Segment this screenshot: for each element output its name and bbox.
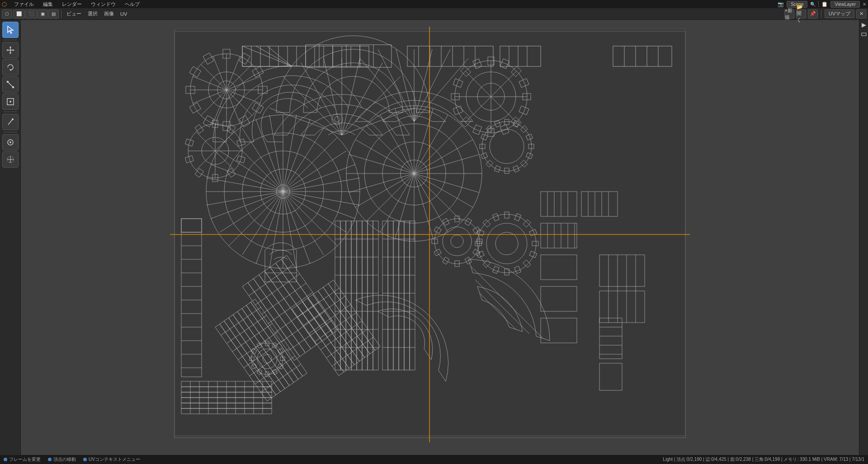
- right-tool-1[interactable]: [860, 22, 868, 29]
- tool-grab[interactable]: [2, 134, 19, 150]
- uv-viewport: [21, 20, 859, 455]
- status-dot-3: [83, 458, 87, 461]
- menu-select[interactable]: 選択: [85, 9, 100, 18]
- tool-annotate[interactable]: [2, 114, 19, 130]
- svg-marker-5: [6, 49, 8, 51]
- tool-move[interactable]: [2, 42, 19, 58]
- tool-transform[interactable]: [2, 94, 19, 110]
- menu-window[interactable]: ウィンドウ: [89, 1, 118, 8]
- status-right-info: Light | 頂点:0/2,190 | 辺:0/4,425 | 面:0/2,2…: [663, 456, 864, 463]
- status-frame-label: フレームを変更: [9, 456, 41, 463]
- status-stats: Light | 頂点:0/2,190 | 辺:0/4,425 | 面:0/2,2…: [663, 456, 864, 463]
- menu-file[interactable]: ファイル: [12, 1, 36, 8]
- menu-image[interactable]: 画像: [101, 9, 117, 18]
- tool-pinch[interactable]: [2, 151, 19, 168]
- viewlayer-name[interactable]: ViewLayer: [830, 1, 860, 8]
- menu-uv[interactable]: UV: [118, 10, 130, 18]
- tool-rotate[interactable]: [2, 59, 19, 75]
- uv-wireframe-canvas: [21, 20, 859, 455]
- status-bar: フレームを変更 頂点の移動 UVコンテキストメニュー Light | 頂点:0/…: [0, 455, 868, 464]
- tool-scale[interactable]: [2, 76, 19, 93]
- menu-view[interactable]: ビュー: [64, 9, 84, 18]
- svg-marker-3: [9, 46, 11, 48]
- menu-edit[interactable]: 編集: [41, 1, 55, 8]
- expand-viewlayer-icon[interactable]: ✕: [863, 2, 866, 7]
- top-menubar: ⬡ ファイル 編集 レンダー ウィンドウ ヘルプ 📷 Scene 🔍 📋 Vie…: [0, 0, 868, 8]
- expand-uvmap-icon[interactable]: ✕: [856, 9, 866, 19]
- status-vertex-label: 頂点の移動: [53, 456, 76, 463]
- pin-btn[interactable]: 📌: [808, 9, 818, 19]
- view-mode-2[interactable]: ⬛: [25, 9, 37, 19]
- svg-point-14: [12, 118, 14, 120]
- view-mode-1[interactable]: ⬜: [13, 9, 25, 19]
- status-dot-1: [4, 458, 7, 461]
- view-mode-4[interactable]: ▤: [48, 9, 59, 19]
- expand-scene-icon[interactable]: 🔍: [810, 2, 816, 7]
- status-vertex-move: 頂点の移動: [48, 456, 76, 463]
- menu-help[interactable]: ヘルプ: [123, 1, 142, 8]
- svg-line-13: [8, 119, 13, 125]
- layer-icon: 📋: [821, 1, 828, 7]
- camera-icon: 📷: [778, 1, 784, 7]
- svg-marker-20: [862, 23, 866, 28]
- uvmap-label: UVマップ: [825, 9, 854, 18]
- svg-rect-9: [7, 81, 9, 83]
- menu-render[interactable]: レンダー: [60, 1, 84, 8]
- svg-marker-4: [9, 52, 11, 54]
- svg-marker-6: [13, 49, 14, 51]
- right-tool-2[interactable]: [860, 31, 868, 38]
- status-context-label: UVコンテキストメニュー: [89, 456, 140, 463]
- tool-cursor[interactable]: [2, 22, 19, 38]
- status-frame-change: フレームを変更: [4, 456, 41, 463]
- left-toolbar: [0, 20, 21, 455]
- svg-rect-10: [12, 86, 14, 88]
- editor-type-btn[interactable]: ⬡: [2, 9, 12, 19]
- open-image-btn[interactable]: 📂開く: [796, 9, 806, 19]
- app-icon: ⬡: [2, 1, 7, 8]
- svg-marker-0: [8, 26, 13, 33]
- status-context-menu: UVコンテキストメニュー: [83, 456, 140, 463]
- view-mode-3[interactable]: ▣: [38, 9, 48, 19]
- svg-point-12: [9, 101, 11, 103]
- status-dot-2: [48, 458, 52, 461]
- svg-rect-21: [862, 33, 866, 36]
- new-image-btn[interactable]: +新規: [784, 9, 794, 19]
- svg-point-16: [9, 141, 11, 143]
- second-toolbar: ⬡ ⬜ ⬛ ▣ ▤ ビュー 選択 画像 UV +新規 📂開く 📌 UVマップ ✕: [0, 8, 868, 20]
- right-toolbar: [859, 20, 868, 455]
